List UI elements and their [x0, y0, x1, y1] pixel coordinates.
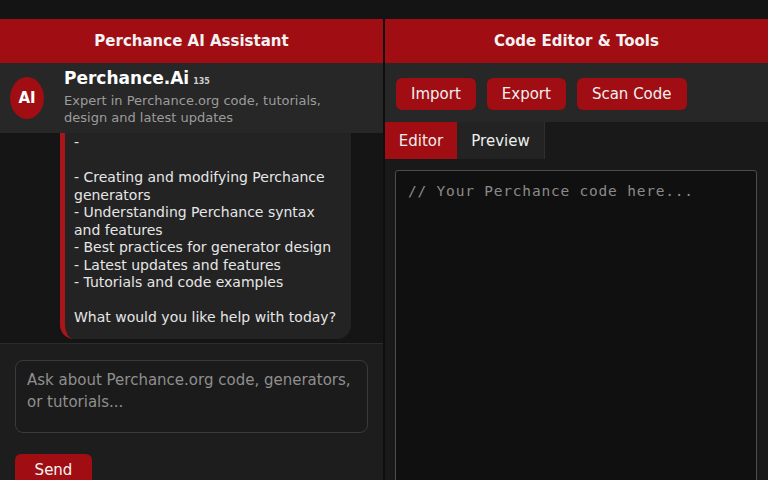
ai-assistant-panel: Perchance AI Assistant AI Perchance.Ai13…: [0, 19, 383, 480]
editor-toolbar: Import Export Scan Code: [385, 63, 768, 122]
send-button[interactable]: Send: [15, 454, 92, 480]
chat-message-list[interactable]: - - Creating and modifying Perchance gen…: [0, 133, 383, 343]
assistant-badge: 135: [193, 77, 210, 86]
code-editor-area: [385, 159, 768, 480]
assistant-avatar: AI: [10, 77, 44, 119]
editor-panel-title: Code Editor & Tools: [385, 19, 768, 63]
tab-editor[interactable]: Editor: [385, 122, 457, 159]
export-button[interactable]: Export: [487, 78, 566, 110]
window-topbar: [0, 0, 768, 19]
assistant-name: Perchance.Ai: [64, 68, 189, 88]
editor-tab-strip: Editor Preview: [385, 122, 768, 159]
assistant-message-bubble: - - Creating and modifying Perchance gen…: [60, 133, 351, 339]
import-button[interactable]: Import: [396, 78, 476, 110]
assistant-meta: Perchance.Ai135 Expert in Perchance.org …: [64, 69, 357, 126]
assistant-panel-title: Perchance AI Assistant: [0, 19, 383, 63]
app-panels: Perchance AI Assistant AI Perchance.Ai13…: [0, 19, 768, 480]
assistant-info-bar: AI Perchance.Ai135 Expert in Perchance.o…: [0, 63, 383, 133]
code-editor-input[interactable]: [395, 170, 757, 480]
assistant-name-row: Perchance.Ai135: [64, 69, 357, 89]
chat-composer: Send: [0, 343, 383, 480]
tab-preview[interactable]: Preview: [457, 122, 545, 159]
chat-input[interactable]: [15, 360, 368, 433]
scan-code-button[interactable]: Scan Code: [577, 78, 687, 110]
code-editor-panel: Code Editor & Tools Import Export Scan C…: [385, 19, 768, 480]
assistant-subtitle: Expert in Perchance.org code, tutorials,…: [64, 92, 357, 127]
